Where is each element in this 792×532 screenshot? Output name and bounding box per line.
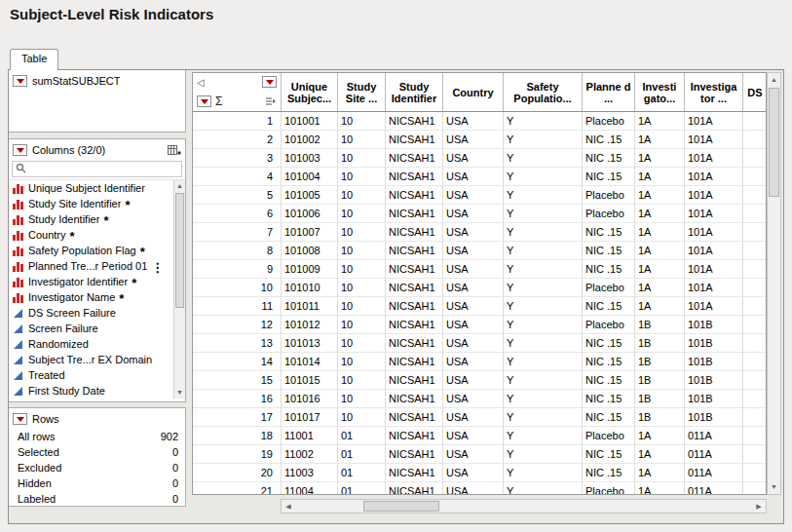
table-cell[interactable]: NIC .15 [583, 131, 635, 149]
table-cell[interactable]: 1A [635, 279, 685, 297]
table-cell[interactable]: 101A [685, 168, 743, 186]
row-number[interactable]: 13 [193, 334, 282, 353]
table-cell[interactable] [743, 297, 767, 316]
table-cell[interactable]: 10 [338, 223, 386, 242]
table-cell[interactable]: USA [443, 464, 504, 482]
table-cell[interactable]: Y [504, 149, 583, 168]
table-cell[interactable]: 1A [635, 260, 685, 279]
table-cell[interactable]: Y [504, 408, 583, 427]
table-cell[interactable]: 101017 [282, 408, 338, 427]
table-cell[interactable]: 101016 [282, 390, 338, 408]
table-cell[interactable] [743, 205, 767, 223]
column-list-item[interactable]: Study Site Identifier* [9, 196, 185, 211]
table-cell[interactable]: Y [504, 334, 583, 353]
row-number[interactable]: 16 [193, 390, 282, 408]
table-cell[interactable]: 101004 [282, 168, 338, 186]
table-row[interactable]: 1610101610NICSAH1USAYNIC .151B101B [193, 390, 766, 408]
table-cell[interactable]: 1B [635, 334, 685, 353]
columns-scrollbar[interactable]: ▲ ▼ [173, 180, 185, 399]
row-number[interactable]: 7 [193, 223, 282, 242]
table-cell[interactable]: NICSAH1 [386, 112, 443, 131]
table-cell[interactable]: 10 [338, 186, 386, 205]
table-cell[interactable]: 101A [685, 279, 743, 297]
table-cell[interactable]: NICSAH1 [386, 445, 443, 464]
table-cell[interactable]: NICSAH1 [386, 223, 443, 242]
table-cell[interactable]: NICSAH1 [386, 316, 443, 334]
table-cell[interactable]: 10 [338, 279, 386, 297]
table-cell[interactable]: 1A [635, 297, 685, 316]
table-row[interactable]: 610100610NICSAH1USAYPlacebo1A101A [193, 205, 766, 223]
table-cell[interactable]: 1A [635, 186, 685, 205]
rows-menu-icon[interactable] [197, 95, 211, 107]
table-cell[interactable]: 101B [685, 316, 743, 334]
table-cell[interactable]: Placebo [583, 316, 635, 334]
column-header[interactable]: DS [743, 73, 767, 111]
column-list-item[interactable]: Country* [9, 227, 185, 243]
table-cell[interactable]: 10 [338, 353, 386, 371]
table-cell[interactable] [743, 279, 767, 297]
table-cell[interactable]: NIC .15 [583, 408, 635, 427]
table-cell[interactable]: 101012 [282, 316, 338, 334]
table-cell[interactable]: 10 [338, 168, 386, 186]
row-number[interactable]: 4 [193, 168, 282, 186]
column-list-item[interactable]: Randomized [9, 336, 185, 352]
table-cell[interactable]: Placebo [583, 482, 635, 495]
column-list-item[interactable]: Planned Tre...r Period 01⋮ [9, 258, 185, 274]
table-cell[interactable]: 1A [635, 445, 685, 464]
table-cell[interactable] [743, 223, 767, 242]
table-cell[interactable]: 101A [685, 297, 743, 316]
table-cell[interactable]: NICSAH1 [386, 297, 443, 316]
table-row[interactable]: 910100910NICSAH1USAYNIC .151A101A [193, 260, 766, 279]
table-cell[interactable]: 101013 [282, 334, 338, 353]
table-cell[interactable]: USA [443, 334, 504, 353]
table-cell[interactable] [743, 464, 767, 482]
table-cell[interactable]: Y [504, 260, 583, 279]
table-cell[interactable]: NICSAH1 [386, 371, 443, 390]
table-cell[interactable]: USA [443, 186, 504, 205]
table-cell[interactable]: 011A [685, 464, 743, 482]
table-cell[interactable]: NIC .15 [583, 353, 635, 371]
table-cell[interactable]: 101A [685, 242, 743, 260]
table-cell[interactable]: 101A [685, 223, 743, 242]
table-cell[interactable]: USA [443, 131, 504, 149]
table-cell[interactable]: NIC .15 [583, 260, 635, 279]
table-cell[interactable]: 10 [338, 205, 386, 223]
tab-table[interactable]: Table [10, 49, 58, 70]
table-cell[interactable]: 11003 [282, 464, 338, 482]
table-cell[interactable]: NICSAH1 [386, 149, 443, 168]
column-list-item[interactable]: Safety Population Flag* [9, 243, 185, 258]
table-cell[interactable]: 11001 [282, 427, 338, 445]
column-header[interactable]: Study Identifier [386, 73, 443, 111]
table-cell[interactable]: 10 [338, 316, 386, 334]
row-number[interactable]: 12 [193, 316, 282, 334]
row-number[interactable]: 21 [193, 482, 282, 495]
table-cell[interactable]: 101A [685, 260, 743, 279]
column-list-item[interactable]: Investigator Identifier* [9, 274, 185, 289]
row-state-icon[interactable] [265, 96, 277, 106]
scrollbar-thumb[interactable] [175, 193, 184, 308]
row-number[interactable]: 14 [193, 353, 282, 371]
table-cell[interactable]: 01 [338, 427, 386, 445]
table-cell[interactable]: 10 [338, 260, 386, 279]
row-number[interactable]: 8 [193, 242, 282, 260]
table-cell[interactable]: Y [504, 353, 583, 371]
table-cell[interactable]: Y [504, 316, 583, 334]
table-cell[interactable]: Placebo [583, 186, 635, 205]
column-header[interactable]: Safety Populatio... [504, 73, 583, 111]
table-cell[interactable]: NIC .15 [583, 149, 635, 168]
table-cell[interactable]: NICSAH1 [386, 482, 443, 495]
table-cell[interactable]: 10 [338, 334, 386, 353]
table-cell[interactable]: USA [443, 353, 504, 371]
row-number[interactable]: 19 [193, 445, 282, 464]
table-row[interactable]: 201100301NICSAH1USAYNIC .151A011A [193, 464, 766, 482]
table-row[interactable]: 810100810NICSAH1USAYNIC .151A101A [193, 242, 766, 260]
table-cell[interactable]: USA [443, 168, 504, 186]
table-cell[interactable]: Y [504, 445, 583, 464]
table-row[interactable]: 211100401NICSAH1USAYPlacebo1A011A [193, 482, 766, 495]
table-cell[interactable]: 1B [635, 371, 685, 390]
table-row[interactable]: 191100201NICSAH1USAYNIC .151A011A [193, 445, 766, 464]
table-cell[interactable]: NICSAH1 [386, 131, 443, 149]
row-number[interactable]: 17 [193, 408, 282, 427]
table-row[interactable]: 110100110NICSAH1USAYPlacebo1A101A [193, 112, 766, 131]
column-list-item[interactable]: DS Screen Failure [9, 305, 185, 321]
